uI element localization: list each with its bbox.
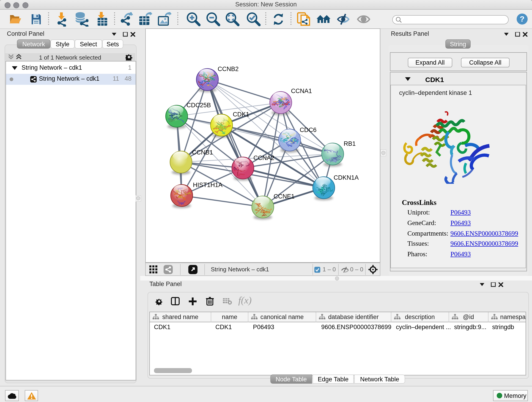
svg-text:CDK1: CDK1 — [233, 111, 249, 118]
svg-text:CDC6: CDC6 — [300, 127, 317, 133]
svg-text:CCNB1: CCNB1 — [192, 149, 213, 156]
svg-text:CCNE1: CCNE1 — [273, 193, 295, 200]
svg-text:HIST1H1A: HIST1H1A — [193, 182, 222, 188]
svg-text:CCNB2: CCNB2 — [218, 65, 239, 72]
svg-text:CCNA1: CCNA1 — [291, 88, 312, 95]
svg-text:CDKN1A: CDKN1A — [334, 174, 359, 181]
svg-text:RB1: RB1 — [344, 140, 356, 147]
svg-text:CCNA2: CCNA2 — [253, 154, 274, 161]
svg-text:?: ? — [520, 14, 525, 23]
svg-text:CDC25B: CDC25B — [186, 102, 211, 109]
